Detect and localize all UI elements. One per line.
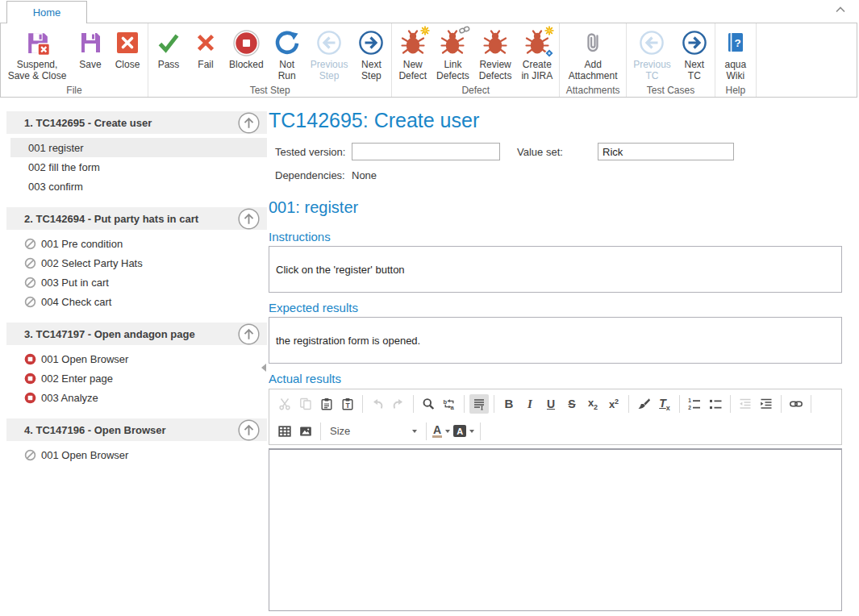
- find-button[interactable]: [419, 394, 438, 414]
- step-item-fill-the-form[interactable]: 002 fill the form: [10, 157, 267, 177]
- pass-button[interactable]: Pass: [150, 25, 187, 71]
- new-defect-button[interactable]: New Defect: [394, 25, 432, 81]
- replace-icon: [443, 397, 456, 410]
- actual-results-editor[interactable]: [269, 448, 842, 611]
- decrease-indent-button[interactable]: [736, 394, 755, 414]
- chevron-down-icon: [445, 430, 450, 433]
- cut-icon: [278, 397, 291, 410]
- testcase-header-1[interactable]: 1. TC142695 - Create user: [6, 111, 267, 134]
- scroll-to-top-icon[interactable]: [238, 112, 260, 134]
- blocked-button[interactable]: Blocked: [224, 25, 269, 71]
- insert-link-button[interactable]: [786, 394, 806, 414]
- step-item-confirm[interactable]: 003 confirm: [10, 177, 267, 196]
- tested-version-label: Tested version:: [275, 146, 352, 158]
- previous-step-button[interactable]: Previous Step: [306, 25, 353, 81]
- not-run-status-icon: [24, 296, 36, 308]
- close-button[interactable]: Close: [109, 25, 146, 71]
- tested-version-input[interactable]: [352, 143, 500, 160]
- save-suspend-icon: [24, 27, 51, 58]
- redo-button[interactable]: [389, 394, 408, 414]
- value-set-label: Value set:: [517, 146, 598, 158]
- toolbar-separator: [320, 422, 321, 440]
- testcase-header-3[interactable]: 3. TC147197 - Open andagon page: [6, 323, 267, 345]
- testcase-header-2[interactable]: 2. TC142694 - Put party hats in cart: [6, 207, 267, 230]
- link-defects-button[interactable]: Link Defects: [432, 25, 474, 81]
- numbered-list-button[interactable]: [685, 394, 704, 414]
- review-defects-button[interactable]: Review Defects: [474, 25, 517, 81]
- step-item-enter-page[interactable]: 002 Enter page: [10, 368, 267, 388]
- paste-button[interactable]: [317, 394, 336, 414]
- toolbar-separator: [628, 395, 629, 413]
- suspend-save-close-button[interactable]: Suspend, Save & Close: [2, 25, 72, 81]
- scroll-to-top-icon[interactable]: [238, 208, 260, 230]
- next-tc-button[interactable]: Next TC: [676, 25, 713, 81]
- increase-indent-button[interactable]: [757, 394, 776, 414]
- bold-button[interactable]: B: [499, 394, 519, 414]
- step-item-register[interactable]: 001 register: [10, 138, 267, 157]
- underline-button[interactable]: U: [541, 394, 561, 414]
- actual-results-heading: Actual results: [269, 372, 842, 385]
- bug-jira-icon: [524, 27, 550, 58]
- save-button[interactable]: Save: [72, 25, 109, 71]
- x-mark-icon: [194, 27, 218, 58]
- bug-link-icon: [440, 27, 465, 58]
- sidebar-collapse-arrow[interactable]: [261, 364, 266, 372]
- instructions-text: Click on the 'register' button: [276, 264, 405, 276]
- arrow-right-circle-icon: [682, 27, 707, 58]
- undo-button[interactable]: [368, 394, 387, 414]
- next-step-button[interactable]: Next Step: [352, 25, 390, 81]
- text-color-button[interactable]: A: [432, 424, 450, 438]
- insert-image-button[interactable]: [296, 422, 315, 441]
- ribbon: Suspend, Save & Close Save Close File Pa…: [0, 23, 857, 98]
- testcase-header-4[interactable]: 4. TC147196 - Open Browser: [6, 418, 267, 441]
- insert-table-button[interactable]: [275, 422, 294, 441]
- not-run-status-icon: [24, 238, 36, 250]
- fail-button[interactable]: Fail: [187, 25, 224, 71]
- not-run-button[interactable]: Not Run: [269, 25, 306, 81]
- table-icon: [278, 425, 291, 438]
- subscript-button[interactable]: x2: [583, 394, 603, 414]
- previous-tc-button[interactable]: Previous TC: [628, 25, 676, 81]
- step-item-open-browser-2[interactable]: 001 Open Browser: [10, 445, 267, 464]
- header-fields-row: Tested version: Value set:: [275, 143, 842, 160]
- star-badge-icon: [544, 26, 554, 35]
- test-execution-window: { "colors": { "accent_blue": "#1a86c8", …: [0, 0, 859, 616]
- paste-from-word-button[interactable]: [338, 394, 357, 414]
- replace-button[interactable]: [440, 394, 459, 414]
- step-item-analyze[interactable]: 003 Analyze: [10, 388, 267, 407]
- strikethrough-button[interactable]: S: [562, 394, 582, 414]
- copy-button[interactable]: [296, 394, 315, 414]
- scroll-to-top-icon[interactable]: [238, 419, 260, 441]
- italic-button[interactable]: I: [520, 394, 540, 414]
- toolbar-separator: [362, 395, 363, 413]
- paperclip-icon: [580, 27, 606, 58]
- select-all-button[interactable]: [469, 394, 489, 414]
- cut-button[interactable]: [275, 394, 294, 414]
- richtext-toolbar: B I U S x2 x2 Tx: [269, 389, 842, 445]
- arrow-left-circle-icon: [316, 27, 342, 58]
- test-step-sidebar: 1. TC142695 - Create user 001 register 0…: [0, 98, 267, 616]
- create-in-jira-button[interactable]: Create in JIRA: [516, 25, 557, 81]
- step-item-pre-condition[interactable]: 001 Pre condition: [10, 234, 267, 253]
- superscript-button[interactable]: x2: [604, 394, 623, 414]
- step-item-check-cart[interactable]: 004 Check cart: [10, 292, 267, 311]
- step-item-open-browser[interactable]: 001 Open Browser: [10, 349, 267, 368]
- value-set-input[interactable]: [598, 143, 734, 160]
- collapse-ribbon-chevron-icon[interactable]: [835, 6, 846, 14]
- step-item-put-in-cart[interactable]: 003 Put in cart: [10, 273, 267, 292]
- paste-from-word-icon: [341, 397, 354, 410]
- step-item-select-party-hats[interactable]: 002 Select Party Hats: [10, 253, 267, 273]
- not-run-status-icon: [24, 257, 36, 269]
- ribbon-group-label-defect: Defect: [392, 85, 559, 96]
- remove-format-button[interactable]: Tx: [655, 394, 674, 414]
- aqua-wiki-button[interactable]: aqua Wiki: [717, 25, 754, 81]
- scroll-to-top-icon[interactable]: [238, 323, 260, 345]
- add-attachment-button[interactable]: Add Attachment: [561, 25, 624, 81]
- bulleted-list-button[interactable]: [706, 394, 725, 414]
- copy-formatting-button[interactable]: [634, 394, 653, 414]
- background-color-button[interactable]: A: [453, 425, 474, 437]
- font-size-label: Size: [330, 425, 350, 437]
- font-size-dropdown[interactable]: Size: [330, 425, 417, 437]
- tab-home[interactable]: Home: [6, 1, 87, 23]
- ribbon-group-attachments: Add Attachment Attachments: [560, 23, 627, 97]
